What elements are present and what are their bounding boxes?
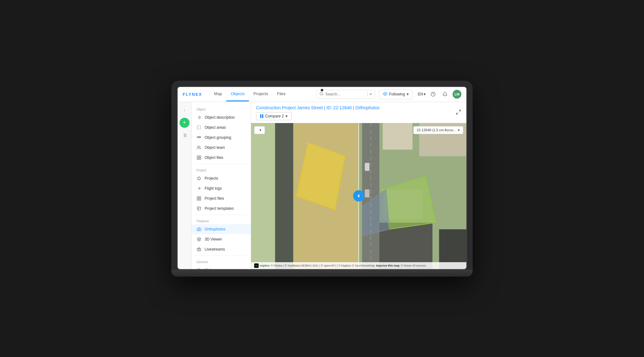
search-input[interactable]	[325, 92, 366, 96]
nav-sidebar: Object Object description	[191, 102, 251, 269]
sidebar-label-object-description: Object description	[205, 115, 235, 120]
compare-icon	[260, 114, 263, 118]
sidebar-label-object-areas: Object areas	[205, 125, 226, 130]
map-area: Construction Project James Street | ID: …	[251, 102, 466, 269]
camera-icon	[196, 227, 201, 232]
sidebar-item-projects[interactable]: Projects	[191, 173, 251, 183]
map-compare-container: ▾	[251, 123, 466, 269]
following-chevron-icon: ▾	[407, 92, 409, 96]
sidebar-item-project-templates[interactable]: Project templates	[191, 203, 251, 214]
svg-rect-54	[365, 163, 369, 170]
svg-point-21	[198, 146, 199, 147]
svg-line-38	[456, 112, 458, 114]
language-button[interactable]: EN ▾	[418, 92, 426, 96]
flight-icon	[196, 186, 201, 191]
following-button[interactable]: Following ▾	[379, 89, 413, 99]
svg-rect-22	[197, 156, 199, 157]
list-view-button[interactable]	[180, 130, 190, 140]
general-section-label: General	[191, 257, 251, 265]
sidebar-item-object-team[interactable]: Object team	[191, 143, 251, 153]
left-dropdown-arrow: ▾	[260, 128, 261, 132]
right-label-text: 22-12640 (1,5 cm Accur...	[417, 128, 456, 132]
search-container: ✕	[317, 90, 375, 99]
map-footer-suffix: © Maxar All sources	[401, 264, 426, 267]
sidebar-item-orthophotos[interactable]: Orthophotos	[191, 224, 251, 234]
expand-sidebar-button[interactable]: ›	[180, 105, 190, 115]
object-files-icon	[196, 155, 201, 160]
compare-chevron-icon: ▾	[286, 114, 287, 118]
live-icon	[196, 247, 201, 252]
sidebar-label-object-files: Object files	[205, 155, 223, 160]
sidebar-label-project-files: Project files	[205, 196, 224, 201]
following-label: Following	[389, 92, 405, 96]
svg-rect-29	[199, 197, 201, 198]
object-section-label: Object	[191, 105, 251, 112]
sidebar-item-livestreams[interactable]: Livestreams	[191, 244, 251, 254]
icon-sidebar: › +	[178, 102, 191, 269]
improve-map-link[interactable]: Improve this map	[376, 264, 400, 267]
app-logo: FLYNEX	[183, 92, 202, 97]
svg-point-35	[198, 229, 200, 230]
sidebar-label-project-templates: Project templates	[205, 206, 234, 211]
svg-rect-32	[197, 207, 201, 210]
notifications-button[interactable]	[441, 90, 449, 99]
svg-marker-26	[197, 176, 201, 180]
sidebar-label-orthophotos: Orthophotos	[205, 227, 225, 231]
sidebar-item-flight-logs[interactable]: Flight logs	[191, 183, 251, 193]
svg-rect-30	[199, 199, 201, 200]
search-icon	[319, 91, 324, 97]
sidebar-item-3d-viewer[interactable]: 3D Viewer	[191, 234, 251, 244]
user-avatar[interactable]: LM	[453, 90, 461, 99]
sidebar-label-3d-viewer: 3D Viewer	[205, 237, 222, 241]
add-button[interactable]: +	[180, 118, 190, 128]
sidebar-item-project-files[interactable]: Project files	[191, 193, 251, 203]
project-files-icon	[196, 196, 201, 201]
projects-icon	[196, 176, 201, 181]
mapbox-logo: m mapbox	[254, 263, 270, 268]
compare-handle[interactable]	[353, 190, 364, 202]
sidebar-item-object-files[interactable]: Object files	[191, 153, 251, 163]
3d-icon	[196, 237, 201, 242]
right-label-arrow: ▾	[458, 128, 460, 132]
map-footer-text: © FlyNex | © GeoBasis-DE/BKG 2021 | © op…	[271, 264, 375, 267]
map-left-dropdown[interactable]: ▾	[254, 126, 265, 134]
sidebar-item-object-description[interactable]: Object description	[191, 112, 251, 122]
eye-icon	[383, 92, 387, 97]
svg-rect-36	[197, 248, 201, 251]
sidebar-item-history[interactable]: History	[191, 265, 251, 269]
compare-label: Compare 2	[265, 114, 284, 118]
map-viewport[interactable]: ▾	[251, 123, 466, 269]
svg-rect-46	[383, 123, 412, 150]
sidebar-item-object-areas[interactable]: Object areas	[191, 122, 251, 133]
sidebar-label-flight-logs: Flight logs	[205, 186, 222, 191]
svg-point-0	[320, 92, 323, 95]
tab-projects[interactable]: Projects	[249, 87, 272, 101]
svg-rect-40	[275, 123, 293, 269]
svg-rect-17	[197, 126, 201, 129]
map-right-panel: 22-12640 (1,5 cm Accur... ▾	[359, 123, 466, 269]
history-icon	[196, 268, 201, 269]
help-button[interactable]	[429, 90, 437, 99]
templates-icon	[196, 206, 201, 211]
svg-rect-31	[197, 199, 199, 200]
tab-map[interactable]: Map	[210, 87, 226, 101]
tab-objects[interactable]: Objects	[226, 87, 249, 101]
map-right-label[interactable]: 22-12640 (1,5 cm Accur... ▾	[413, 126, 463, 134]
compare-button[interactable]: Compare 2 ▾	[256, 112, 292, 120]
map-title: Construction Project James Street | ID: …	[256, 105, 379, 110]
map-header: Construction Project James Street | ID: …	[251, 102, 466, 123]
sidebar-label-projects: Projects	[205, 176, 218, 181]
svg-rect-41	[251, 123, 275, 269]
svg-rect-24	[199, 158, 201, 160]
tab-files[interactable]: Files	[272, 87, 290, 101]
group-icon	[196, 135, 201, 140]
sidebar-item-object-grouping[interactable]: Object grouping	[191, 133, 251, 143]
fullscreen-button[interactable]	[456, 109, 461, 116]
sidebar-label-livestreams: Livestreams	[205, 247, 225, 252]
sidebar-label-object-team: Object team	[205, 145, 225, 150]
main-content: › + Object	[178, 102, 466, 269]
svg-rect-19	[198, 137, 200, 138]
project-section-label: Project	[191, 165, 251, 173]
search-close-icon[interactable]: ✕	[369, 92, 372, 96]
svg-rect-25	[197, 158, 199, 160]
